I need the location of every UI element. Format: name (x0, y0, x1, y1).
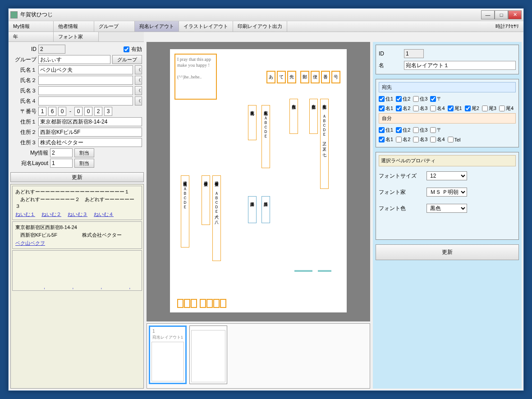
postal-5[interactable] (84, 107, 92, 116)
myinfo-assign-button[interactable]: 割当 (74, 148, 94, 157)
fontfam-select[interactable]: ＭＳ Ｐ明朝 (427, 188, 467, 197)
self-name-checkbox[interactable]: 名4 (430, 136, 445, 143)
addr2-field[interactable] (38, 128, 142, 137)
name-link[interactable]: ねいむ２ (41, 211, 61, 218)
postal-digit-box[interactable]: 郵 (300, 71, 309, 83)
name2-label: 氏名２ (12, 77, 37, 84)
fontsize-label: フォントサイズ (379, 172, 424, 180)
sender-name1-label[interactable]: 送付者氏名１ＡＢＣＤＥ (181, 175, 189, 248)
myinfo-field[interactable] (50, 148, 73, 157)
name2-field[interactable] (38, 76, 133, 85)
self-section-head: 自分 (379, 113, 516, 124)
recipient-name1-label[interactable]: 宛先氏名１ＡＢＣＤＥ (261, 105, 270, 168)
subtab-year[interactable]: 年 (9, 32, 54, 41)
recipient-name2-label[interactable]: 宛先氏名２ (248, 105, 257, 140)
self-addr-checkbox[interactable]: 〒 (430, 127, 442, 133)
close-button[interactable]: ✕ (508, 10, 522, 19)
recipient-addr3-label[interactable]: 宛先住所３ (289, 99, 298, 134)
minimize-button[interactable]: — (481, 10, 495, 19)
recipient-name-checkbox[interactable]: 名4 (430, 105, 445, 112)
name3-field[interactable] (38, 86, 133, 95)
tab-my-info[interactable]: My情報 (9, 21, 54, 32)
recipient-name-checkbox[interactable]: 名2 (396, 105, 410, 112)
postal-digit-box[interactable]: て (277, 71, 286, 83)
recipient-name-checkbox[interactable]: 名3 (413, 105, 427, 112)
postal-1[interactable] (38, 107, 46, 116)
id-field[interactable] (38, 45, 65, 54)
name4-field[interactable] (38, 96, 133, 105)
postal-3[interactable] (58, 107, 66, 116)
tab-other-info[interactable]: 他者情報 (54, 21, 94, 32)
valid-checkbox[interactable] (124, 46, 129, 52)
atenalayout-assign-button[interactable]: 割当 (74, 159, 94, 168)
maximize-button[interactable]: □ (495, 10, 508, 19)
address-list[interactable]: あどれすーーーーーーーーーーーーーーーーーー１ あどれすーーーーーーー２ あどれ… (10, 184, 144, 389)
name-link[interactable]: ねいむ４ (94, 211, 114, 218)
self-name-checkbox[interactable]: Tel (448, 136, 461, 143)
sender-addr2-label[interactable]: 送付者住所２ (202, 175, 210, 225)
address-card[interactable]: あどれすーーーーーーーーーーーーーーーーーー１ あどれすーーーーーーー２ あどれ… (12, 186, 142, 220)
name3-chev[interactable]: 《 (135, 86, 142, 95)
group-field[interactable] (38, 55, 110, 64)
postal-digit-box[interactable]: 号 (331, 71, 340, 83)
name2-chev[interactable]: 《 (135, 76, 142, 85)
postal-digit-box[interactable]: 先 (287, 71, 296, 83)
name4-chev[interactable]: 《 (135, 96, 142, 105)
self-addr-checkbox[interactable]: 住3 (413, 127, 427, 133)
tab-clock-accessory[interactable]: 時計ｱｸｾｻﾘ (491, 21, 523, 32)
subtab-font[interactable]: フォント家 (54, 32, 99, 41)
address-card[interactable]: 東京都新宿区西新宿8-14-24 西新宿KFビル5F 株式会社ベクターベク山ベク… (12, 221, 142, 249)
recipient-name-checkbox[interactable]: 尾2 (465, 105, 479, 112)
recipient-addr-checkbox[interactable]: 住1 (379, 96, 393, 102)
recipient-addr-checkbox[interactable]: 〒 (430, 96, 442, 102)
self-name-checkbox[interactable]: 名1 (379, 136, 393, 143)
group-button[interactable]: グループ (112, 55, 142, 64)
suffix2-label[interactable]: 接尾語２ (248, 196, 257, 223)
r-id-field[interactable] (404, 49, 424, 58)
suffix1-label[interactable]: 接尾語１ (261, 196, 270, 223)
recipient-name-checkbox[interactable]: 名1 (379, 105, 393, 112)
postal-digit-box[interactable]: 番 (321, 71, 330, 83)
recipient-addr2-label[interactable]: 宛先住所２ (309, 99, 318, 134)
layout-canvas[interactable]: I pray that this app make you happy !(^^… (147, 42, 370, 321)
tab-atena-layout[interactable]: 宛名レイアウト (135, 21, 179, 32)
self-addr-checkbox[interactable]: 住2 (396, 127, 410, 133)
atenalayout-field[interactable] (50, 159, 73, 168)
self-addr-checkbox[interactable]: 住1 (379, 127, 393, 133)
name1-field[interactable] (38, 65, 133, 74)
tab-print-layout[interactable]: 印刷レイアウト出力 (233, 21, 287, 32)
recipient-addr-checkbox[interactable]: 住3 (413, 96, 427, 102)
name-link[interactable]: ねいむ１ (15, 211, 35, 218)
postal-digit-box[interactable]: 便 (311, 71, 320, 83)
postal-6[interactable] (94, 107, 102, 116)
recipient-name-checkbox[interactable]: 尾3 (482, 105, 496, 112)
self-name-checkbox[interactable]: 名3 (413, 136, 427, 143)
fontsize-select[interactable]: 12 (427, 171, 467, 180)
layout-thumbnail[interactable]: 1宛名レイアウト1 (149, 326, 187, 384)
name-link[interactable]: ねいむ３ (68, 211, 87, 218)
addr3-field[interactable] (38, 138, 142, 147)
greeting-box[interactable]: I pray that this app make you happy !(^^… (174, 54, 217, 100)
layout-thumbnail[interactable] (189, 326, 227, 384)
recipient-name-checkbox[interactable]: 尾4 (499, 105, 514, 112)
self-name-checkbox[interactable]: 名2 (396, 136, 410, 143)
group-label: グループ (12, 56, 37, 64)
right-update-button[interactable]: 更新 (376, 244, 519, 260)
addr1-field[interactable] (38, 117, 142, 126)
postal-4[interactable] (74, 107, 83, 116)
person-form: ID 有効 グループ グループ 氏名１《 氏名２《 氏名３《 氏名４《 〒番号 (10, 42, 144, 170)
name1-chev[interactable]: 《 (135, 65, 142, 74)
recipient-name-checkbox[interactable]: 尾1 (448, 105, 462, 112)
recipient-addr-checkbox[interactable]: 住2 (396, 96, 410, 102)
recipient-addr1-label[interactable]: 宛先住所１ ＡＢＣＤＥ 三ノ五ノ七 (320, 99, 329, 189)
r-name-field[interactable] (404, 61, 516, 70)
name-link[interactable]: ベク山ベクヲ (15, 240, 45, 247)
postal-2[interactable] (48, 107, 56, 116)
postal-digit-box[interactable]: あ (266, 71, 275, 83)
tab-illust-layout[interactable]: イラストレイアウト (179, 21, 233, 32)
fontcolor-select[interactable]: 黒色 (427, 204, 467, 213)
left-update-button[interactable]: 更新 (10, 172, 144, 182)
tab-group[interactable]: グループ (94, 21, 135, 32)
postal-7[interactable] (104, 107, 112, 116)
sender-addr1-label[interactable]: 送付者住所１ ＡＢＣＤＥ六ノ八 (212, 175, 221, 261)
